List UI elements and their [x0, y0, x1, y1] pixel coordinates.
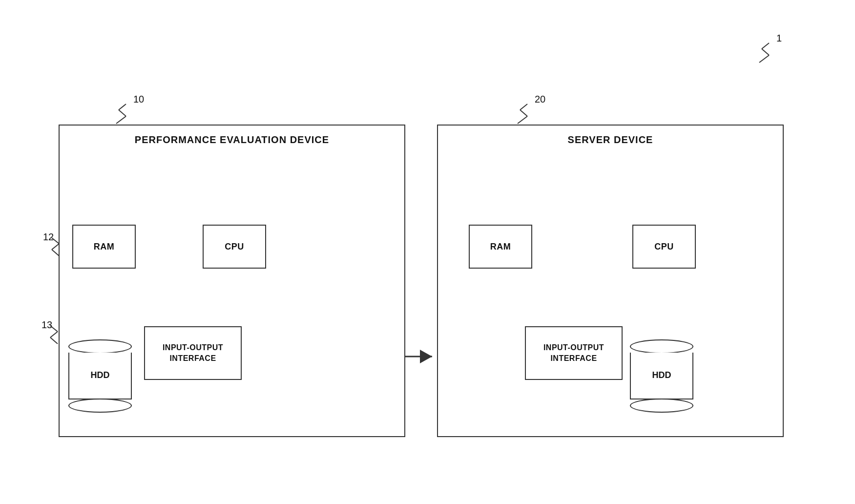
svg-line-7 [116, 116, 126, 124]
left-ram-label: RAM [94, 242, 115, 252]
svg-line-14 [52, 244, 59, 250]
svg-line-17 [50, 326, 58, 332]
left-cpu-box: CPU [203, 225, 266, 269]
left-io-box: INPUT-OUTPUTINTERFACE [144, 326, 242, 380]
right-cpu-box: CPU [632, 225, 696, 269]
svg-line-10 [520, 110, 527, 116]
right-hdd-label: HDD [652, 370, 671, 380]
svg-text:13: 13 [42, 319, 52, 330]
right-cpu-label: CPU [654, 242, 674, 252]
svg-line-13 [52, 238, 59, 244]
right-io-box: INPUT-OUTPUTINTERFACE [525, 326, 623, 380]
svg-text:12: 12 [43, 231, 54, 242]
svg-text:1: 1 [776, 33, 782, 43]
svg-marker-44 [420, 350, 432, 363]
left-ram-box: RAM [72, 225, 136, 269]
svg-line-9 [520, 104, 527, 110]
svg-line-11 [518, 116, 527, 124]
right-device-box: SERVER DEVICE [437, 125, 784, 437]
left-cpu-label: CPU [225, 242, 244, 252]
svg-line-19 [50, 337, 58, 344]
left-hdd-cylinder: HDD [68, 339, 132, 413]
right-device-label: SERVER DEVICE [568, 134, 653, 146]
right-io-label: INPUT-OUTPUTINTERFACE [543, 342, 604, 364]
svg-line-6 [119, 110, 126, 116]
svg-line-1 [762, 43, 769, 49]
svg-line-3 [759, 55, 769, 63]
svg-line-18 [50, 332, 58, 337]
right-ram-box: RAM [469, 225, 532, 269]
svg-line-2 [762, 49, 769, 55]
left-hdd-label: HDD [91, 370, 110, 380]
svg-line-15 [52, 250, 59, 256]
right-hdd-cylinder: HDD [630, 339, 693, 413]
svg-text:20: 20 [535, 94, 545, 105]
left-io-label: INPUT-OUTPUTINTERFACE [163, 342, 223, 364]
left-device-label: PERFORMANCE EVALUATION DEVICE [135, 134, 329, 146]
svg-text:10: 10 [133, 94, 144, 105]
svg-line-5 [119, 104, 126, 110]
right-ram-label: RAM [490, 242, 511, 252]
diagram-container: 1 10 20 12 13 11 15 14 [0, 0, 855, 504]
